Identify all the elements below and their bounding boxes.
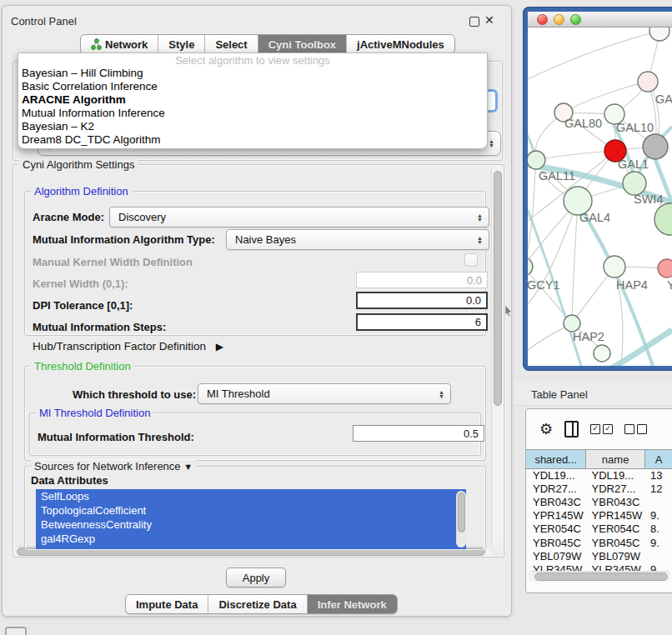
column-header-shared-[interactable]: shared... [526, 450, 586, 468]
settings-vertical-scrollbar[interactable] [491, 166, 503, 546]
aracne-mode-combo[interactable]: Discovery ▲▼ [109, 207, 489, 228]
combo-arrows-icon: ▲▼ [477, 213, 483, 222]
mi-algorithm-type-combo[interactable]: Naive Bayes ▲▼ [226, 229, 489, 250]
data-attribute-item[interactable]: TopologicalCoefficient [36, 503, 466, 518]
network-edge[interactable] [536, 151, 615, 160]
table-hscroll-thumb[interactable] [534, 572, 668, 581]
table-cell: YBR045C [587, 537, 646, 549]
column-header-a[interactable]: A [645, 450, 672, 468]
tab-label: Select [215, 38, 247, 51]
mi-threshold-value: 0.5 [464, 428, 479, 440]
network-node[interactable] [654, 203, 672, 235]
tab-label: Network [105, 38, 148, 51]
minimize-window-icon[interactable] [554, 14, 564, 25]
apply-button[interactable]: Apply [226, 568, 286, 588]
threshold-definition-title: Threshold Definition [31, 360, 134, 372]
dpi-tolerance-label: DPI Tolerance [0,1]: [33, 299, 133, 312]
float-window-icon[interactable] [469, 17, 479, 27]
sources-title-text: Sources for Network Inference [34, 460, 181, 472]
algorithm-option-basic-correlation-inference[interactable]: Basic Correlation Inference [18, 80, 487, 93]
control-panel-window: Control Panel ✕ NetworkStyleSelectCyni T… [2, 5, 512, 617]
split-columns-icon[interactable] [564, 421, 579, 438]
dpi-tolerance-field[interactable]: 0.0 [356, 292, 488, 309]
network-node[interactable] [649, 28, 669, 41]
data-attribute-item[interactable]: gal4RGexp [36, 532, 466, 546]
network-node[interactable] [658, 259, 672, 278]
hub-definition-toggle[interactable]: Hub/Transcription Factor Definition ▶ [33, 340, 223, 352]
table-row[interactable]: YBR045CYBR045C9. [526, 536, 672, 549]
settings-vscroll-thumb[interactable] [494, 171, 502, 406]
attribute-list-scroll-thumb[interactable] [458, 492, 465, 532]
unselect-all-columns-icon[interactable] [624, 424, 647, 434]
network-edge[interactable] [528, 31, 659, 79]
table-cell: YBL079W [526, 550, 587, 562]
tab-style[interactable]: Style [158, 35, 205, 53]
manual-kernel-checkbox[interactable] [464, 253, 478, 267]
table-cell: YBR043C [587, 496, 646, 508]
network-node[interactable] [643, 134, 668, 159]
table-horizontal-scrollbar[interactable] [528, 571, 671, 582]
table-cell: YER054C [526, 522, 587, 535]
node-label: GAL1 [618, 158, 649, 171]
table-row[interactable]: YER054CYER054C8. [526, 522, 672, 536]
table-row[interactable]: YBR043CYBR043C [526, 495, 672, 508]
zoom-window-icon[interactable] [570, 14, 581, 25]
tab-select[interactable]: Select [205, 35, 258, 53]
table-row[interactable]: YLR345WYLR345W9. [526, 562, 672, 571]
tab-cyni-toolbox[interactable]: Cyni Toolbox [258, 35, 347, 53]
data-attribute-item[interactable]: BetweennessCentrality [36, 518, 466, 532]
network-window-titlebar[interactable] [528, 12, 672, 28]
algorithm-option-bayesian-hill-climbing[interactable]: Bayesian – Hill Climbing [18, 67, 487, 80]
select-all-columns-icon[interactable]: ✓ ✓ [590, 424, 613, 434]
table-row[interactable]: YPR145WYPR145W9. [526, 509, 672, 522]
mi-steps-value: 6 [475, 316, 481, 328]
gear-icon[interactable]: ⚙ [539, 420, 553, 438]
network-node[interactable] [638, 72, 658, 92]
network-node[interactable] [564, 315, 580, 332]
dpi-tolerance-value: 0.0 [466, 294, 481, 307]
network-edge[interactable] [572, 201, 578, 323]
algorithm-option-bayesian-k2[interactable]: Bayesian – K2 [18, 120, 487, 133]
close-window-icon[interactable] [537, 14, 548, 25]
table-row[interactable]: YDR27...YDR27...12 [526, 482, 672, 495]
close-panel-icon[interactable]: ✕ [484, 13, 494, 27]
aracne-mode-label: Aracne Mode: [33, 211, 104, 223]
tab-discretize-data[interactable]: Discretize Data [208, 595, 307, 613]
table-cell: YDL19... [526, 469, 587, 482]
network-node[interactable] [528, 258, 533, 276]
column-header-name[interactable]: name [586, 450, 645, 468]
network-node[interactable] [623, 172, 646, 195]
table-row[interactable]: YBL079WYBL079W [526, 549, 672, 562]
table-toolbar: ⚙ ✓ ✓ [526, 409, 672, 449]
network-node[interactable] [604, 256, 625, 278]
table-cell: YBR043C [526, 496, 587, 508]
algorithm-option-aracne-algorithm[interactable]: ARACNE Algorithm [18, 93, 487, 107]
attribute-list-scrollbar[interactable] [456, 491, 466, 548]
collapse-arrow-icon[interactable]: ▼ [183, 462, 193, 472]
network-node[interactable] [528, 151, 545, 169]
tab-jactivemnodules[interactable]: jActiveMNodules [347, 35, 454, 53]
dropdown-placeholder: Select algorithm to view settings [18, 53, 487, 67]
mi-threshold-field[interactable]: 0.5 [353, 425, 484, 442]
network-node[interactable] [594, 345, 610, 362]
node-label: GAL80 [564, 117, 602, 130]
data-attribute-item[interactable]: SelfLoops [36, 489, 466, 503]
table-cell: YDR27... [587, 482, 646, 495]
apply-button-label: Apply [243, 572, 270, 584]
algorithm-option-mutual-information-inference[interactable]: Mutual Information Inference [18, 107, 487, 120]
mi-steps-field[interactable]: 6 [356, 313, 488, 331]
which-threshold-combo[interactable]: MI Threshold ▲▼ [198, 383, 451, 404]
network-canvas[interactable]: GALGAL80GAL10GAL1GAL11SWI4GAL4GCY1HAP4YH… [528, 28, 672, 366]
tab-infer-network[interactable]: Infer Network [308, 595, 397, 613]
table-row[interactable]: YDL19...YDL19...13 [526, 468, 672, 482]
collapsed-panel-button[interactable] [5, 627, 27, 635]
kernel-width-field[interactable]: 0.0 [356, 272, 488, 288]
mouse-cursor [504, 305, 513, 317]
table-cell: YBL079W [587, 550, 646, 562]
node-table: ⚙ ✓ ✓ shared...nameA YDL19...YDL19...13Y… [525, 408, 672, 593]
tab-network[interactable]: Network [81, 35, 158, 53]
which-threshold-value: MI Threshold [207, 388, 270, 400]
algorithm-option-dream8-dc-tdc-algorithm[interactable]: Dream8 DC_TDC Algorithm [18, 133, 487, 147]
tab-impute-data[interactable]: Impute Data [126, 595, 208, 613]
data-attributes-list: SelfLoopsTopologicalCoefficientBetweenne… [36, 489, 466, 549]
